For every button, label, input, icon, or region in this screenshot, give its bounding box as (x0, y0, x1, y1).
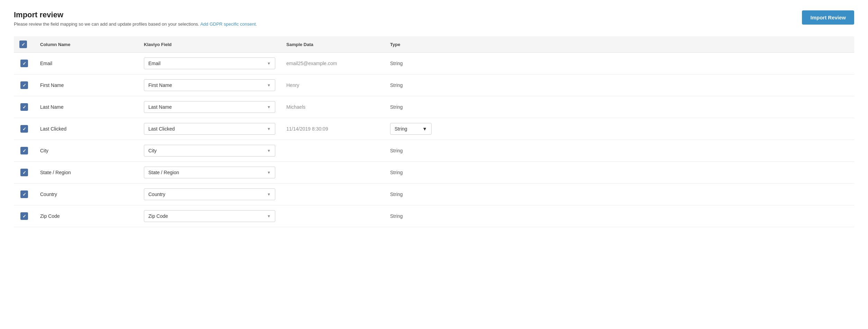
sample-data-cell: Michaels (281, 96, 385, 118)
klaviyo-field-select[interactable]: First Name▼ (144, 79, 275, 91)
type-cell: String (385, 96, 854, 118)
sample-data-cell: email25@example.com (281, 53, 385, 74)
type-cell: String▼ (385, 118, 854, 140)
klaviyo-field-cell: Country▼ (138, 184, 281, 205)
klaviyo-field-select[interactable]: Email▼ (144, 57, 275, 69)
row-checkbox-cell (14, 53, 35, 74)
chevron-down-icon: ▼ (267, 61, 271, 65)
sample-data-header: Sample Data (281, 36, 385, 53)
table-row: Last ClickedLast Clicked▼11/14/2019 8:30… (14, 118, 854, 140)
klaviyo-field-cell: Last Name▼ (138, 96, 281, 118)
column-name-cell: Last Name (35, 96, 138, 118)
klaviyo-field-select[interactable]: Zip Code▼ (144, 210, 275, 222)
select-all-checkbox[interactable] (19, 41, 27, 48)
row-checkbox-cell (14, 96, 35, 118)
klaviyo-field-select[interactable]: Country▼ (144, 188, 275, 200)
header-left: Import review Please review the field ma… (14, 10, 257, 27)
table-row: CityCity▼String (14, 140, 854, 162)
sample-data-cell (281, 140, 385, 162)
type-select[interactable]: String▼ (390, 123, 432, 135)
table-row: CountryCountry▼String (14, 184, 854, 205)
chevron-down-icon: ▼ (267, 170, 271, 175)
sample-data-cell (281, 184, 385, 205)
row-checkbox[interactable] (20, 169, 28, 176)
row-checkbox-cell (14, 118, 35, 140)
klaviyo-field-select[interactable]: Last Clicked▼ (144, 123, 275, 135)
row-checkbox[interactable] (20, 190, 28, 198)
table-row: State / RegionState / Region▼String (14, 162, 854, 184)
row-checkbox[interactable] (20, 103, 28, 111)
page-title: Import review (14, 10, 257, 19)
chevron-down-icon: ▼ (267, 83, 271, 87)
row-checkbox[interactable] (20, 125, 28, 133)
sample-data-cell (281, 162, 385, 184)
page-description: Please review the field mapping so we ca… (14, 21, 257, 27)
row-checkbox-cell (14, 162, 35, 184)
sample-data-cell: Henry (281, 74, 385, 96)
chevron-down-icon: ▼ (267, 149, 271, 153)
klaviyo-field-header: Klaviyo Field (138, 36, 281, 53)
field-mapping-table: Column Name Klaviyo Field Sample Data Ty… (14, 36, 854, 227)
row-checkbox-cell (14, 140, 35, 162)
type-cell: String (385, 184, 854, 205)
type-header: Type (385, 36, 854, 53)
klaviyo-field-cell: Email▼ (138, 53, 281, 74)
type-cell: String (385, 74, 854, 96)
chevron-down-icon: ▼ (422, 126, 427, 132)
table-header-row: Column Name Klaviyo Field Sample Data Ty… (14, 36, 854, 53)
chevron-down-icon: ▼ (267, 192, 271, 196)
row-checkbox[interactable] (20, 60, 28, 67)
table-row: Last NameLast Name▼MichaelsString (14, 96, 854, 118)
row-checkbox-cell (14, 74, 35, 96)
klaviyo-field-cell: First Name▼ (138, 74, 281, 96)
type-cell: String (385, 205, 854, 227)
type-cell: String (385, 162, 854, 184)
table-row: First NameFirst Name▼HenryString (14, 74, 854, 96)
sample-data-cell: 11/14/2019 8:30:09 (281, 118, 385, 140)
klaviyo-field-cell: Last Clicked▼ (138, 118, 281, 140)
klaviyo-field-select[interactable]: Last Name▼ (144, 101, 275, 113)
table-row: EmailEmail▼email25@example.comString (14, 53, 854, 74)
row-checkbox[interactable] (20, 212, 28, 220)
column-name-cell: Email (35, 53, 138, 74)
klaviyo-field-select[interactable]: City▼ (144, 145, 275, 157)
chevron-down-icon: ▼ (267, 105, 271, 109)
column-name-cell: Last Clicked (35, 118, 138, 140)
header-checkbox-cell (14, 36, 35, 53)
column-name-cell: State / Region (35, 162, 138, 184)
row-checkbox[interactable] (20, 81, 28, 89)
klaviyo-field-cell: State / Region▼ (138, 162, 281, 184)
klaviyo-field-cell: City▼ (138, 140, 281, 162)
row-checkbox-cell (14, 205, 35, 227)
table-row: Zip CodeZip Code▼String (14, 205, 854, 227)
chevron-down-icon: ▼ (267, 127, 271, 131)
sample-data-cell (281, 205, 385, 227)
column-name-cell: Country (35, 184, 138, 205)
page-header: Import review Please review the field ma… (14, 10, 854, 27)
klaviyo-field-cell: Zip Code▼ (138, 205, 281, 227)
import-review-button[interactable]: Import Review (802, 10, 854, 25)
row-checkbox-cell (14, 184, 35, 205)
column-name-cell: Zip Code (35, 205, 138, 227)
row-checkbox[interactable] (20, 147, 28, 154)
column-name-header: Column Name (35, 36, 138, 53)
column-name-cell: City (35, 140, 138, 162)
type-cell: String (385, 53, 854, 74)
klaviyo-field-select[interactable]: State / Region▼ (144, 167, 275, 178)
type-cell: String (385, 140, 854, 162)
chevron-down-icon: ▼ (267, 214, 271, 218)
column-name-cell: First Name (35, 74, 138, 96)
gdpr-link[interactable]: Add GDPR specific consent. (200, 21, 257, 27)
